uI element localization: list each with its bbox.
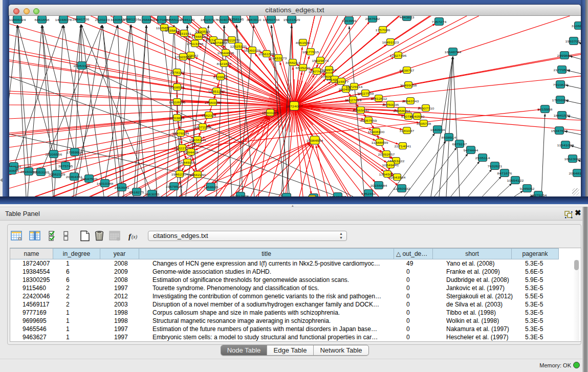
svg-text:20458054: 20458054 bbox=[394, 110, 410, 113]
svg-text:14118095: 14118095 bbox=[169, 101, 186, 104]
svg-text:20392657: 20392657 bbox=[378, 153, 395, 156]
svg-text:12750036: 12750036 bbox=[382, 103, 399, 106]
svg-text:14351230: 14351230 bbox=[208, 90, 225, 93]
svg-text:4043823: 4043823 bbox=[400, 16, 415, 19]
svg-text:(x): (x) bbox=[132, 234, 138, 240]
svg-text:21499058: 21499058 bbox=[400, 84, 417, 87]
svg-text:10644615: 10644615 bbox=[217, 52, 234, 55]
svg-text:2663941: 2663941 bbox=[115, 186, 129, 189]
svg-text:14310388: 14310388 bbox=[97, 182, 114, 185]
svg-text:8471676: 8471676 bbox=[497, 172, 512, 175]
svg-text:8938914: 8938914 bbox=[442, 136, 456, 139]
svg-text:14476944: 14476944 bbox=[172, 132, 189, 135]
svg-text:3035728: 3035728 bbox=[417, 122, 431, 125]
svg-text:10661588: 10661588 bbox=[258, 53, 275, 56]
svg-text:9308575: 9308575 bbox=[170, 86, 185, 89]
svg-text:19462304: 19462304 bbox=[171, 173, 188, 176]
svg-text:10057659: 10057659 bbox=[360, 119, 377, 122]
svg-text:4140560: 4140560 bbox=[410, 115, 425, 118]
svg-text:18622670: 18622670 bbox=[224, 39, 241, 42]
svg-text:2935114: 2935114 bbox=[475, 157, 490, 160]
svg-text:22714041: 22714041 bbox=[395, 145, 411, 148]
svg-text:18981216: 18981216 bbox=[123, 18, 140, 21]
svg-text:12412612: 12412612 bbox=[371, 97, 387, 100]
svg-text:10549441: 10549441 bbox=[382, 164, 399, 167]
svg-text:20647509: 20647509 bbox=[81, 178, 98, 181]
svg-text:19384554: 19384554 bbox=[307, 139, 323, 142]
svg-text:18841570: 18841570 bbox=[554, 114, 571, 117]
svg-text:12643564: 12643564 bbox=[389, 176, 406, 179]
svg-text:18026717: 18026717 bbox=[201, 18, 217, 21]
svg-text:21770515: 21770515 bbox=[554, 69, 571, 72]
svg-text:2087682: 2087682 bbox=[365, 17, 380, 20]
svg-text:4952451: 4952451 bbox=[361, 192, 376, 195]
svg-text:19937057: 19937057 bbox=[565, 40, 581, 43]
svg-text:3456213: 3456213 bbox=[286, 61, 300, 64]
svg-text:14248078: 14248078 bbox=[55, 18, 72, 21]
svg-text:15029873: 15029873 bbox=[312, 59, 329, 62]
svg-text:3215958: 3215958 bbox=[538, 108, 553, 111]
svg-text:15300275: 15300275 bbox=[262, 112, 279, 115]
svg-text:1757086: 1757086 bbox=[376, 29, 390, 32]
svg-text:6879197: 6879197 bbox=[452, 143, 467, 146]
svg-text:2999883: 2999883 bbox=[557, 54, 572, 57]
svg-text:22053165: 22053165 bbox=[33, 171, 50, 174]
svg-text:9474444: 9474444 bbox=[464, 149, 478, 152]
svg-text:17665640: 17665640 bbox=[353, 109, 369, 112]
svg-text:4158480: 4158480 bbox=[139, 18, 154, 21]
svg-text:8418275: 8418275 bbox=[129, 191, 144, 194]
svg-text:22841736: 22841736 bbox=[73, 18, 90, 21]
svg-text:5594478: 5594478 bbox=[184, 151, 199, 154]
svg-text:15347616: 15347616 bbox=[551, 129, 568, 133]
svg-text:20648195: 20648195 bbox=[569, 172, 581, 175]
svg-text:11541029: 11541029 bbox=[557, 144, 574, 147]
svg-text:4961630: 4961630 bbox=[296, 41, 311, 45]
svg-text:16908100: 16908100 bbox=[368, 130, 385, 134]
svg-text:17359924: 17359924 bbox=[67, 151, 83, 154]
svg-text:15445909: 15445909 bbox=[179, 161, 196, 164]
svg-text:19725914: 19725914 bbox=[346, 85, 363, 89]
svg-text:17613348: 17613348 bbox=[187, 42, 204, 46]
svg-text:18724007: 18724007 bbox=[286, 105, 303, 108]
svg-text:19678574: 19678574 bbox=[166, 185, 183, 188]
svg-text:21433273: 21433273 bbox=[270, 57, 287, 60]
svg-text:20227559: 20227559 bbox=[357, 92, 374, 95]
svg-text:7357274: 7357274 bbox=[432, 20, 447, 24]
svg-text:16307710: 16307710 bbox=[418, 107, 434, 110]
svg-text:17656906: 17656906 bbox=[552, 99, 569, 102]
svg-text:7031971: 7031971 bbox=[177, 32, 192, 35]
svg-text:5339937: 5339937 bbox=[213, 76, 228, 79]
svg-text:7910827: 7910827 bbox=[553, 83, 568, 86]
svg-text:7632621: 7632621 bbox=[488, 165, 503, 168]
svg-text:15031529: 15031529 bbox=[284, 18, 300, 21]
svg-text:19436144: 19436144 bbox=[189, 139, 206, 142]
svg-text:20156684: 20156684 bbox=[371, 184, 387, 187]
svg-text:3343959: 3343959 bbox=[342, 19, 357, 23]
svg-text:12525131: 12525131 bbox=[230, 45, 247, 48]
svg-text:2978182: 2978182 bbox=[170, 71, 185, 74]
svg-text:16491923: 16491923 bbox=[382, 41, 399, 44]
svg-text:6638767: 6638767 bbox=[400, 69, 415, 72]
svg-text:6099754: 6099754 bbox=[322, 69, 337, 72]
svg-text:17565588: 17565588 bbox=[175, 56, 192, 59]
svg-text:11350932: 11350932 bbox=[394, 187, 410, 190]
svg-text:2946120: 2946120 bbox=[180, 18, 195, 21]
svg-text:3703859: 3703859 bbox=[170, 117, 185, 120]
svg-text:3181037: 3181037 bbox=[400, 129, 415, 133]
svg-text:11388699: 11388699 bbox=[372, 141, 388, 144]
svg-text:20943743: 20943743 bbox=[402, 100, 419, 103]
svg-text:11527619: 11527619 bbox=[345, 99, 362, 102]
svg-text:20053346: 20053346 bbox=[74, 64, 91, 68]
svg-text:9245052: 9245052 bbox=[520, 187, 535, 190]
svg-text:10654122: 10654122 bbox=[507, 179, 524, 182]
svg-text:5468605: 5468605 bbox=[204, 186, 219, 189]
svg-text:12927396: 12927396 bbox=[390, 54, 407, 57]
svg-text:17660000: 17660000 bbox=[205, 101, 222, 104]
svg-text:6535209: 6535209 bbox=[296, 67, 311, 70]
svg-text:6061658: 6061658 bbox=[35, 18, 50, 21]
svg-text:3075745: 3075745 bbox=[58, 165, 73, 168]
svg-text:20206556: 20206556 bbox=[46, 153, 62, 156]
svg-text:2258145: 2258145 bbox=[229, 18, 244, 21]
svg-text:10342260: 10342260 bbox=[189, 173, 206, 177]
svg-text:11866024: 11866024 bbox=[9, 18, 26, 21]
